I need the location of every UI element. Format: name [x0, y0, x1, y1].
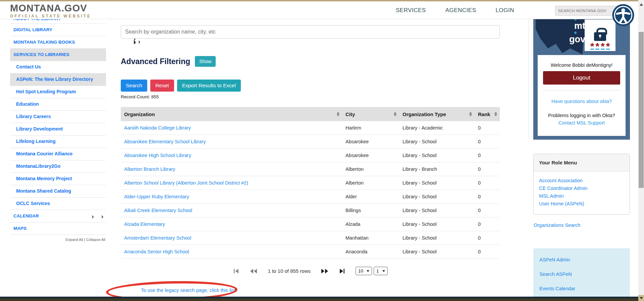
- quick-link[interactable]: ASPeN Admin: [539, 257, 624, 262]
- sidebar-item[interactable]: OCLC Services › › ›: [10, 198, 106, 210]
- scroll-down-button[interactable]: [638, 295, 644, 301]
- logout-button[interactable]: Logout: [543, 71, 620, 85]
- table-row: Alberton Branch Library Alberton Library…: [121, 162, 500, 176]
- organization-link[interactable]: Alder-Upper Ruby Elementary: [124, 194, 189, 199]
- expand-all-link[interactable]: Expand All: [66, 238, 83, 242]
- role-menu-link[interactable]: CE Coordinator Admin: [539, 185, 624, 192]
- cell-rank: 0: [475, 249, 500, 254]
- sort-icon: [469, 112, 472, 116]
- login-panel: g mt gov * * * * Welcome Bob: [533, 19, 630, 140]
- search-button[interactable]: Search: [121, 80, 147, 92]
- column-header-city[interactable]: City: [342, 107, 399, 121]
- sidebar-nav: ABOUT THE LIBRARY › › › DIGITAL LIBRARY …: [10, 19, 106, 244]
- role-menu-link[interactable]: Account Association: [539, 177, 624, 185]
- organization-link[interactable]: Alkali Creek Elementary School: [124, 208, 192, 213]
- sidebar-item[interactable]: ASPeN: The New Library Directory › › ›: [10, 73, 106, 86]
- sidebar-item[interactable]: SERVICES TO LIBRARIES › › ›: [10, 49, 106, 61]
- record-count: Record Count:855: [121, 94, 159, 99]
- table-row: Absarokee High School Library Absarokee …: [121, 149, 500, 162]
- accessibility-icon[interactable]: [612, 4, 635, 27]
- export-excel-button[interactable]: Export Results to Excel: [177, 80, 241, 92]
- cell-rank: 0: [475, 139, 500, 144]
- column-header-organization[interactable]: Organization: [121, 107, 342, 121]
- okta-questions-link[interactable]: Have questions about okta?: [551, 99, 612, 104]
- sidebar-item[interactable]: Library Careers › › ›: [10, 111, 106, 123]
- contact-msl-support-link[interactable]: Contact MSL Support: [558, 120, 605, 126]
- sidebar-item[interactable]: CALENDAR › › ›: [10, 210, 106, 222]
- sidebar-item[interactable]: Library Development › › ›: [10, 123, 106, 136]
- sidebar-item[interactable]: Lifelong Learning › › ›: [10, 136, 106, 148]
- cell-rank: 0: [475, 235, 500, 241]
- role-menu-link[interactable]: MSL Admin: [539, 192, 624, 200]
- collapse-all-link[interactable]: Collapse All: [86, 238, 105, 242]
- sidebar-footer: Expand All | Collapse All: [10, 235, 106, 244]
- organization-link[interactable]: Amsterdam Elementary School: [124, 235, 191, 241]
- legacy-search-link[interactable]: To use the legacy search page, click thi…: [141, 288, 236, 293]
- sidebar-item[interactable]: Montana Memory Project › › ›: [10, 173, 106, 185]
- next-page-button[interactable]: [321, 268, 329, 274]
- chevron-right-icon: ›: [133, 38, 513, 45]
- cell-organization: Anaconda Senior High School: [121, 249, 342, 254]
- quick-link[interactable]: Search ASPeN: [539, 271, 624, 277]
- column-header-organization-type[interactable]: Organization Type: [399, 107, 475, 121]
- organization-link[interactable]: Alzada Elementary: [124, 221, 165, 227]
- role-menu-link[interactable]: User Home (ASPeN): [539, 200, 624, 208]
- dot-icon: [574, 32, 577, 34]
- page-size-select[interactable]: 10: [356, 267, 372, 275]
- cell-city: Billings: [342, 208, 399, 213]
- first-page-button[interactable]: [233, 268, 239, 274]
- welcome-card: Welcome Bobbi deMontigny! Logout Have qu…: [538, 55, 626, 136]
- sidebar-item[interactable]: MontanaLibrary2Go › › ›: [10, 160, 106, 173]
- quick-link[interactable]: Events Calendar: [539, 286, 624, 291]
- show-filters-button[interactable]: Show: [195, 56, 216, 67]
- organization-link[interactable]: Alberton Branch Library: [124, 166, 175, 172]
- column-divider: [529, 19, 529, 140]
- organization-link[interactable]: Aaniiih Nakoda College Library: [124, 125, 191, 131]
- sidebar-item[interactable]: Education › › ›: [10, 98, 106, 111]
- sidebar-item[interactable]: Montana Shared Catalog › › ›: [10, 185, 106, 198]
- sidebar-item[interactable]: MONTANA TALKING BOOKS › › ›: [10, 36, 106, 49]
- top-nav-link[interactable]: AGENCIES: [445, 7, 476, 14]
- sidebar-item[interactable]: ABOUT THE LIBRARY › › ›: [10, 19, 106, 24]
- sidebar-item-label: Hot Spot Lending Program: [16, 89, 103, 95]
- pagination-info: 1 to 10 of 855 rows: [268, 268, 311, 274]
- cell-rank: 0: [475, 180, 500, 186]
- sidebar-item-label: Library Careers: [16, 114, 103, 120]
- sidebar-item-label: OCLC Services: [16, 201, 103, 207]
- sidebar-item[interactable]: DIGITAL LIBRARY › › ›: [10, 24, 106, 36]
- sort-icon: [394, 112, 396, 116]
- scrollbar-thumb[interactable]: [639, 32, 644, 188]
- chevron-down-icon: [367, 270, 369, 272]
- cell-organization-type: Library - Academic: [399, 125, 475, 131]
- table-row: Aaniiih Nakoda College Library Harlem Li…: [121, 121, 500, 135]
- cell-organization: Alder-Upper Ruby Elementary: [121, 194, 342, 199]
- scroll-up-button[interactable]: [638, 1, 644, 7]
- organization-search-input[interactable]: [121, 25, 500, 39]
- chevron-down-icon: [382, 270, 385, 272]
- last-page-button[interactable]: [339, 268, 345, 274]
- divider: [543, 90, 620, 90]
- sidebar-item-label: SERVICES TO LIBRARIES: [13, 52, 103, 58]
- statewide-search-input[interactable]: [555, 6, 616, 16]
- sidebar-item[interactable]: Contact Us › › ›: [10, 61, 106, 73]
- page-number-select[interactable]: 1: [374, 267, 388, 275]
- sidebar-item[interactable]: Montana Courier Alliance › › ›: [10, 148, 106, 160]
- organization-link[interactable]: Alberton School Library (Alberton Joint …: [124, 180, 248, 186]
- quick-links-panel: ASPeN Admin Search ASPeN Events Calendar: [533, 248, 630, 301]
- sidebar-item[interactable]: Hot Spot Lending Program › › ›: [10, 86, 106, 98]
- top-nav-link[interactable]: SERVICES: [396, 7, 426, 14]
- organization-link[interactable]: Absarokee Elementary School Library: [124, 139, 206, 144]
- organizations-search-link[interactable]: Organizations Search: [534, 222, 580, 228]
- cell-organization-type: Library - School: [399, 180, 475, 186]
- cell-organization: Absarokee Elementary School Library: [121, 139, 342, 144]
- sidebar-item[interactable]: MAPS › › ›: [10, 222, 106, 235]
- organization-link[interactable]: Absarokee High School Library: [124, 153, 191, 158]
- top-nav-link[interactable]: LOGIN: [496, 7, 514, 14]
- previous-page-button[interactable]: [250, 268, 258, 274]
- table-row: Alzada Elementary Alzada Library - Schoo…: [121, 217, 500, 231]
- organization-link[interactable]: Anaconda Senior High School: [124, 249, 189, 254]
- sidebar-item-label: Contact Us: [16, 64, 103, 70]
- reset-button[interactable]: Reset: [150, 80, 174, 92]
- column-header-rank[interactable]: Rank: [475, 107, 500, 121]
- top-nav: SERVICES AGENCIES LOGIN: [396, 1, 514, 19]
